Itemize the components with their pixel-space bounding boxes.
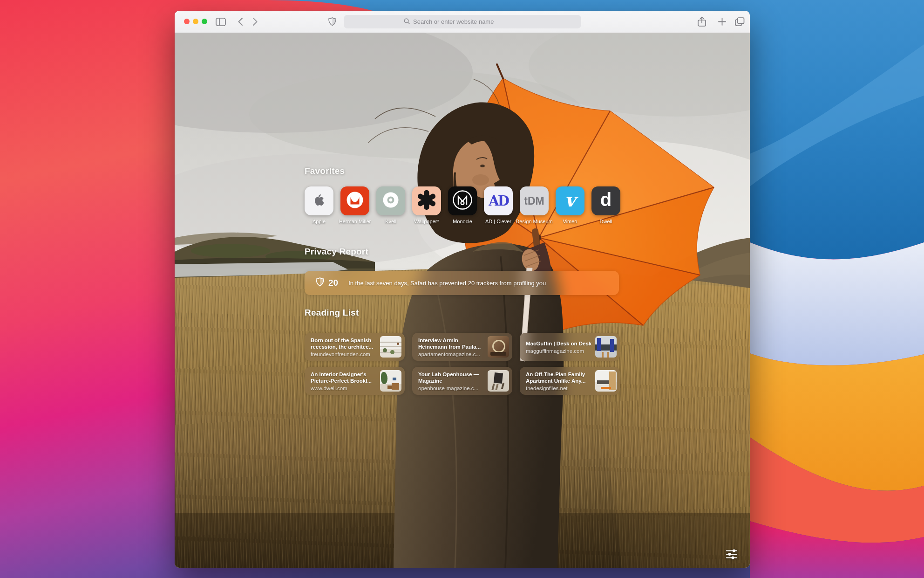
article-title: MacGuffin | Desk on Desk [526, 340, 594, 347]
article-thumbnail [488, 370, 509, 392]
article-domain: www.dwell.com [311, 385, 379, 391]
article-thumbnail [595, 336, 617, 358]
favorite-label: Apple [313, 219, 326, 224]
kvell-logo-icon [376, 186, 405, 215]
article-title: Born out of the Spanish recession, the a… [311, 337, 379, 350]
article-title: Your Lab Openhouse — Magazine [418, 371, 486, 384]
article-domain: apartamentomagazine.c... [418, 351, 486, 357]
privacy-report-title: Privacy Report [305, 247, 368, 257]
favorite-apple[interactable]: Apple [305, 186, 333, 224]
favorite-herman-miller[interactable]: Herman Miller [340, 186, 369, 224]
favorite-label: Dwell [600, 219, 612, 224]
search-input[interactable] [412, 18, 521, 26]
reading-list-title: Reading List [305, 308, 359, 318]
privacy-message: In the last seven days, Safari has preve… [348, 280, 546, 287]
minimize-button[interactable] [193, 19, 198, 24]
favorite-vimeo[interactable]: v Vimeo [556, 186, 584, 224]
zoom-button[interactable] [202, 19, 207, 24]
background-photo [175, 33, 750, 568]
article-thumbnail [380, 370, 401, 392]
tab-overview-icon[interactable] [734, 16, 746, 27]
favorite-wallpaper[interactable]: Wallpaper* [412, 186, 441, 224]
close-button[interactable] [184, 19, 190, 24]
apple-logo-icon [309, 190, 329, 212]
favorite-label: Herman Miller [339, 219, 371, 224]
article-domain: openhouse-magazine.c... [418, 385, 486, 391]
herman-miller-logo-icon [340, 186, 369, 215]
favorite-dwell[interactable]: d Dwell [591, 186, 620, 224]
reading-list-item[interactable]: Born out of the Spanish recession, the a… [305, 333, 405, 361]
vimeo-logo-text: v [564, 189, 575, 211]
reading-list-grid: Born out of the Spanish recession, the a… [305, 333, 620, 395]
sidebar-toggle-icon[interactable] [215, 17, 227, 27]
favorite-label: Kvell [385, 219, 396, 224]
article-domain: thedesignfiles.net [526, 385, 594, 391]
privacy-report-banner[interactable]: 20 In the last seven days, Safari has pr… [305, 271, 619, 295]
article-domain: freundevonfreunden.com [311, 351, 379, 357]
favorite-label: AD | Clever [485, 219, 511, 224]
reading-list-item[interactable]: An Off-The-Plan Family Apartment Unlike … [520, 367, 620, 395]
article-title: An Off-The-Plan Family Apartment Unlike … [526, 371, 594, 384]
dwell-logo-text: d [600, 189, 611, 210]
back-icon[interactable] [235, 17, 245, 27]
ad-logo-text: AD [489, 193, 508, 209]
safari-window: Favorites Apple [175, 11, 750, 568]
monocle-logo-icon [448, 186, 477, 215]
start-page: Favorites Apple [175, 33, 750, 568]
reading-list-item[interactable]: Your Lab Openhouse — Magazine openhouse-… [412, 367, 512, 395]
favorites-row: Apple Herman Miller [305, 186, 620, 224]
favorite-design-museum[interactable]: tDM Design Museum [520, 186, 549, 224]
reading-list-item[interactable]: Interview Armin Heinemann from Paula... … [412, 333, 512, 361]
favorite-label: Design Museum [516, 219, 552, 224]
favorite-label: Wallpaper* [414, 219, 439, 224]
reading-list-item[interactable]: An Interior Designer's Picture-Perfect B… [305, 367, 405, 395]
article-thumbnail [488, 336, 509, 358]
new-tab-icon[interactable] [717, 17, 727, 27]
favorite-monocle[interactable]: Monocle [448, 186, 477, 224]
tracker-count: 20 [328, 278, 338, 288]
address-bar[interactable] [344, 15, 581, 28]
favorites-title: Favorites [305, 166, 345, 176]
reading-list-item[interactable]: MacGuffin | Desk on Desk magguffinmagazi… [520, 333, 620, 361]
search-icon [404, 18, 410, 26]
tdm-logo-text: tDM [524, 195, 544, 207]
privacy-shield-icon[interactable] [326, 16, 338, 27]
toolbar [175, 11, 750, 33]
share-icon[interactable] [696, 16, 707, 28]
forward-icon[interactable] [250, 17, 260, 27]
article-domain: magguffinmagazine.com [526, 348, 594, 354]
shield-icon [316, 277, 324, 289]
article-thumbnail [595, 370, 617, 392]
article-title: An Interior Designer's Picture-Perfect B… [311, 371, 379, 384]
favorite-kvell[interactable]: Kvell [376, 186, 405, 224]
favorite-ad-clever[interactable]: AD AD | Clever [484, 186, 513, 224]
article-thumbnail [380, 336, 401, 358]
favorite-label: Monocle [453, 219, 472, 224]
start-page-settings-icon[interactable] [725, 548, 739, 562]
favorite-label: Vimeo [563, 219, 578, 224]
asterisk-logo-icon [412, 186, 441, 215]
article-title: Interview Armin Heinemann from Paula... [418, 337, 486, 350]
